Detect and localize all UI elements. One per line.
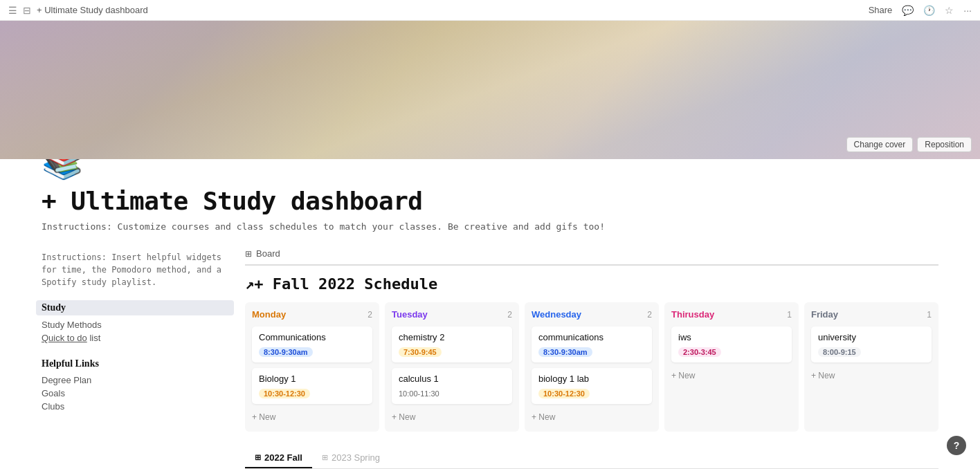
tuesday-add-new[interactable]: + New [392, 410, 512, 425]
wednesday-title: Wednesday [532, 309, 581, 320]
card-title: university [818, 332, 925, 342]
tab-label: 2022 Fall [264, 452, 302, 463]
table-row: biology 1 lab 10:30-12:30 [532, 368, 652, 404]
page-title: + Ultimate Study dashboard [42, 187, 938, 216]
thursday-header: Thirusday 1 [671, 309, 792, 320]
table-row: communications 8:30-9:30am [532, 327, 652, 362]
monday-title: Monday [252, 309, 286, 320]
menu-icon[interactable]: ☰ [8, 5, 17, 16]
table-row: calculus 1 10:00-11:30 [392, 368, 512, 404]
goals-link[interactable]: Goals [42, 387, 228, 400]
quick-todo-suffix: list [89, 333, 100, 343]
clubs-link[interactable]: Clubs [42, 400, 228, 413]
friday-title: Friday [811, 309, 838, 320]
share-button[interactable]: Share [869, 5, 893, 15]
layout-icon[interactable]: ⊟ [23, 5, 31, 16]
tab-board-icon-2: ⊞ [322, 453, 328, 462]
more-icon[interactable]: ··· [963, 5, 972, 16]
tab-2022-fall[interactable]: ⊞ 2022 Fall [245, 448, 312, 468]
topbar-left: ☰ ⊟ + Ultimate Study dashboard [8, 5, 148, 16]
schedule-title: ↗+ Fall 2022 Schedule [245, 275, 938, 293]
comment-icon[interactable]: 💬 [902, 5, 914, 16]
card-title: biology 1 lab [538, 374, 645, 384]
table-row: Biology 1 10:30-12:30 [252, 368, 372, 404]
friday-header: Friday 1 [811, 309, 932, 320]
helpful-links-title: Helpful Links [42, 358, 228, 369]
board-label[interactable]: Board [256, 248, 280, 259]
sidebar: Instructions: Insert helpful widgets for… [42, 248, 228, 469]
thursday-title: Thirusday [671, 309, 714, 320]
help-button[interactable]: ? [947, 436, 966, 455]
monday-header: Monday 2 [252, 309, 372, 320]
friday-count: 1 [927, 310, 932, 320]
topbar: ☰ ⊟ + Ultimate Study dashboard Share 💬 🕐… [0, 0, 980, 21]
table-row: iws 2:30-3:45 [671, 327, 792, 362]
kanban-board: Monday 2 Communications 8:30-9:30am Biol… [245, 302, 938, 432]
status-badge: 8:00-9:15 [818, 347, 861, 357]
study-section: Study Study Methods Quick to do list [42, 300, 228, 344]
table-row: Communications 8:30-9:30am [252, 327, 372, 362]
card-title: calculus 1 [399, 374, 505, 384]
status-badge: 8:30-9:30am [259, 347, 313, 357]
status-badge: 7:30-9:45 [399, 347, 442, 357]
wednesday-header: Wednesday 2 [532, 309, 652, 320]
wednesday-count: 2 [647, 310, 652, 320]
tab-2023-spring[interactable]: ⊞ 2023 Spring [312, 448, 390, 468]
main-layout: Instructions: Insert helpful widgets for… [42, 248, 938, 469]
wednesday-add-new[interactable]: + New [532, 410, 652, 425]
right-panel: ⊞ Board ↗+ Fall 2022 Schedule Monday 2 C… [245, 248, 938, 469]
status-badge: 8:30-9:30am [538, 347, 592, 357]
reposition-button[interactable]: Reposition [917, 137, 972, 152]
board-icon: ⊞ [245, 249, 252, 259]
thursday-add-new[interactable]: + New [671, 368, 792, 383]
tab-label-2: 2023 Spring [332, 452, 380, 463]
page-cover: Change cover Reposition [0, 21, 980, 159]
friday-add-new[interactable]: + New [811, 368, 932, 383]
course-tabs: ⊞ 2022 Fall ⊞ 2023 Spring [245, 448, 938, 469]
sidebar-instructions: Instructions: Insert helpful widgets for… [42, 251, 228, 288]
status-badge: 10:30-12:30 [259, 389, 310, 398]
study-methods-link[interactable]: Study Methods [42, 318, 228, 331]
history-icon[interactable]: 🕐 [923, 5, 935, 16]
tuesday-column: Tuesday 2 chemistry 2 7:30-9:45 calculus… [385, 302, 519, 432]
quick-todo-link[interactable]: Quick to do list [42, 331, 228, 344]
page-subtitle: Instructions: Customize courses and clas… [42, 221, 938, 232]
quick-to-do-text: Quick to do [42, 333, 87, 343]
status-badge: 2:30-3:45 [678, 347, 721, 357]
thursday-column: Thirusday 1 iws 2:30-3:45 + New [664, 302, 799, 432]
status-badge: 10:30-12:30 [538, 389, 590, 398]
wednesday-column: Wednesday 2 communications 8:30-9:30am b… [525, 302, 659, 432]
degree-plan-link[interactable]: Degree Plan [42, 374, 228, 387]
card-title: communications [538, 332, 645, 342]
helpful-links-section: Helpful Links Degree Plan Goals Clubs [42, 358, 228, 413]
card-title: iws [678, 332, 785, 342]
star-icon[interactable]: ☆ [945, 5, 954, 16]
tuesday-header: Tuesday 2 [392, 309, 512, 320]
card-time: 10:00-11:30 [399, 389, 439, 398]
tuesday-count: 2 [507, 310, 512, 320]
tab-board-icon: ⊞ [255, 453, 261, 462]
topbar-right: Share 💬 🕐 ☆ ··· [869, 5, 972, 16]
friday-column: Friday 1 university 8:00-9:15 + New [804, 302, 938, 432]
card-title: chemistry 2 [399, 332, 505, 342]
monday-column: Monday 2 Communications 8:30-9:30am Biol… [245, 302, 379, 432]
table-row: chemistry 2 7:30-9:45 [392, 327, 512, 362]
page-content: 📚 + Ultimate Study dashboard Instruction… [0, 142, 980, 469]
page-breadcrumb: + Ultimate Study dashboard [37, 5, 148, 15]
card-title: Communications [259, 332, 365, 342]
cover-buttons: Change cover Reposition [846, 137, 972, 152]
table-row: university 8:00-9:15 [811, 327, 932, 362]
board-header: ⊞ Board [245, 248, 938, 266]
monday-add-new[interactable]: + New [252, 410, 372, 425]
study-section-title: Study [36, 300, 234, 315]
change-cover-button[interactable]: Change cover [846, 137, 914, 152]
monday-count: 2 [368, 310, 372, 320]
card-title: Biology 1 [259, 374, 365, 384]
tuesday-title: Tuesday [392, 309, 428, 320]
thursday-count: 1 [787, 310, 792, 320]
